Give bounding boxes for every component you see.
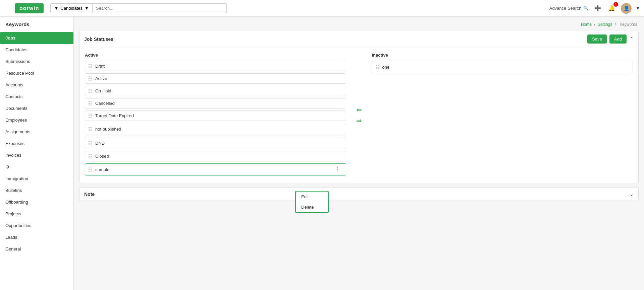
sidebar-item-offboarding[interactable]: Offboarding bbox=[0, 196, 73, 208]
job-statuses-title: Job Statuses bbox=[84, 37, 113, 42]
add-icon-btn[interactable]: ➕ bbox=[593, 3, 603, 13]
avatar-chevron: ▼ bbox=[636, 6, 640, 11]
save-button[interactable]: Save bbox=[587, 34, 607, 44]
active-status-column: Active DraftActiveOn HoldCancelledTarget… bbox=[85, 53, 346, 177]
sidebar-item-employees[interactable]: Employees bbox=[0, 114, 73, 126]
status-label: Active bbox=[95, 76, 342, 81]
active-section-title: Active bbox=[85, 53, 346, 58]
note-card-header: Note ⌄ bbox=[79, 188, 638, 201]
sidebar-item-submissions[interactable]: Submissions bbox=[0, 56, 73, 67]
status-label: sample bbox=[95, 167, 333, 172]
drag-handle[interactable] bbox=[376, 65, 379, 69]
sidebar-item-general[interactable]: General bbox=[0, 243, 73, 255]
sidebar-item-jobs[interactable]: Jobs bbox=[0, 32, 73, 44]
filter-dropdown-btn[interactable]: ▼ Candidates ▼ bbox=[50, 3, 93, 13]
search-input[interactable] bbox=[93, 3, 227, 13]
sidebar-item-accounts[interactable]: Accounts bbox=[0, 79, 73, 91]
sidebar-item-expenses[interactable]: Expenses bbox=[0, 138, 73, 149]
drag-handle[interactable] bbox=[89, 154, 92, 158]
drag-handle[interactable] bbox=[89, 101, 92, 105]
avatar[interactable]: 👤 bbox=[621, 3, 632, 14]
notification-badge: 1 bbox=[613, 2, 618, 7]
active-items-list: DraftActiveOn HoldCancelledTarget Date E… bbox=[85, 61, 346, 175]
drag-handle[interactable] bbox=[89, 114, 92, 118]
status-item: Active bbox=[85, 73, 346, 84]
context-menu-delete[interactable]: Delete bbox=[296, 202, 328, 212]
breadcrumb: Home / Settings / Keywords bbox=[79, 22, 639, 27]
status-label: Target Date Expired bbox=[95, 113, 342, 118]
statuses-body: Active DraftActiveOn HoldCancelledTarget… bbox=[79, 47, 638, 183]
drag-handle[interactable] bbox=[89, 127, 92, 131]
layout: Keywords JobsCandidatesSubmissionsResour… bbox=[0, 17, 644, 290]
status-item: On Hold bbox=[85, 86, 346, 96]
sidebar-item-assignments[interactable]: Assignments bbox=[0, 126, 73, 138]
status-item: Closed bbox=[85, 151, 346, 161]
note-card: Note ⌄ bbox=[79, 187, 639, 201]
filter-label: Candidates bbox=[60, 6, 83, 11]
status-label: not published bbox=[95, 127, 333, 132]
status-item: Cancelled bbox=[85, 98, 346, 108]
job-statuses-actions: Save Add ⌃ bbox=[587, 34, 634, 44]
inactive-items-list: one⋮ bbox=[372, 61, 633, 73]
sidebar: Keywords JobsCandidatesSubmissionsResour… bbox=[0, 17, 74, 290]
drag-handle[interactable] bbox=[89, 167, 92, 172]
sidebar-item-projects[interactable]: Projects bbox=[0, 208, 73, 220]
sidebar-item-candidates[interactable]: Candidates bbox=[0, 44, 73, 56]
inactive-status-column: Inactive one⋮ bbox=[372, 53, 633, 177]
job-statuses-card: Job Statuses Save Add ⌃ Active DraftActi… bbox=[79, 31, 639, 183]
transfer-right-btn[interactable]: ⇒ bbox=[356, 117, 362, 125]
status-label: Closed bbox=[95, 154, 342, 159]
sidebar-item-opportunities[interactable]: Opportunities bbox=[0, 220, 73, 231]
notification-btn[interactable]: 🔔 1 bbox=[607, 3, 617, 13]
status-item: one⋮ bbox=[372, 61, 633, 73]
transfer-left-btn[interactable]: ⇐ bbox=[356, 106, 362, 114]
sidebar-item-immigration[interactable]: Immigration bbox=[0, 173, 73, 185]
breadcrumb-home[interactable]: Home bbox=[581, 22, 592, 27]
inactive-section-title: Inactive bbox=[372, 53, 633, 58]
status-item: sample⋮ bbox=[85, 163, 346, 175]
sidebar-item-resource-pool[interactable]: Resource Pool bbox=[0, 67, 73, 79]
collapse-button[interactable]: ⌃ bbox=[629, 36, 634, 42]
chevron-down-icon: ▼ bbox=[85, 6, 89, 11]
logo: oorwin bbox=[15, 3, 44, 13]
search-icon: 🔍 bbox=[583, 6, 589, 11]
status-item: DND⋮ bbox=[85, 137, 346, 149]
sidebar-item-leads[interactable]: Leads bbox=[0, 231, 73, 243]
sidebar-item-contacts[interactable]: Contacts bbox=[0, 91, 73, 102]
context-menu-edit[interactable]: Edit bbox=[296, 192, 328, 202]
navbar-right: Advance Search 🔍 ➕ 🔔 1 👤 ▼ bbox=[549, 3, 640, 14]
status-label: Cancelled bbox=[95, 101, 342, 106]
filter-icon: ▼ bbox=[54, 6, 58, 11]
advance-search-btn[interactable]: Advance Search 🔍 bbox=[549, 6, 589, 11]
status-item: Target Date Expired bbox=[85, 111, 346, 121]
main-content: Home / Settings / Keywords Job Statuses … bbox=[74, 17, 644, 290]
sidebar-item-invoices[interactable]: Invoices bbox=[0, 149, 73, 161]
sidebar-title: Keywords bbox=[0, 17, 73, 32]
drag-handle[interactable] bbox=[89, 76, 92, 81]
navbar: oorwin ▼ Candidates ▼ Advance Search 🔍 ➕… bbox=[0, 0, 644, 17]
drag-handle[interactable] bbox=[89, 89, 92, 93]
drag-handle[interactable] bbox=[89, 141, 92, 145]
drag-handle[interactable] bbox=[89, 64, 92, 68]
sidebar-item-documents[interactable]: Documents bbox=[0, 102, 73, 114]
sidebar-item-bulletins[interactable]: Bulletins bbox=[0, 185, 73, 196]
sidebar-item-i9[interactable]: I9 bbox=[0, 161, 73, 173]
advance-search-label: Advance Search bbox=[549, 6, 581, 11]
status-label: On Hold bbox=[95, 88, 342, 93]
transfer-arrows: ⇐ ⇒ bbox=[353, 53, 365, 177]
status-label: Draft bbox=[95, 64, 342, 69]
status-item: Draft bbox=[85, 61, 346, 71]
hamburger-menu[interactable] bbox=[4, 6, 11, 11]
job-statuses-header: Job Statuses Save Add ⌃ bbox=[79, 31, 638, 47]
add-button[interactable]: Add bbox=[609, 34, 627, 44]
breadcrumb-current: Keywords bbox=[620, 22, 637, 27]
status-label: DND bbox=[95, 141, 333, 146]
status-label: one bbox=[382, 65, 620, 70]
note-card-title: Note bbox=[84, 192, 95, 197]
note-chevron-icon[interactable]: ⌄ bbox=[629, 191, 634, 197]
breadcrumb-settings[interactable]: Settings bbox=[598, 22, 612, 27]
status-item-menu-btn[interactable]: ⋮ bbox=[333, 166, 342, 173]
context-menu: Edit Delete bbox=[295, 191, 329, 213]
status-item: not published⋮ bbox=[85, 123, 346, 135]
